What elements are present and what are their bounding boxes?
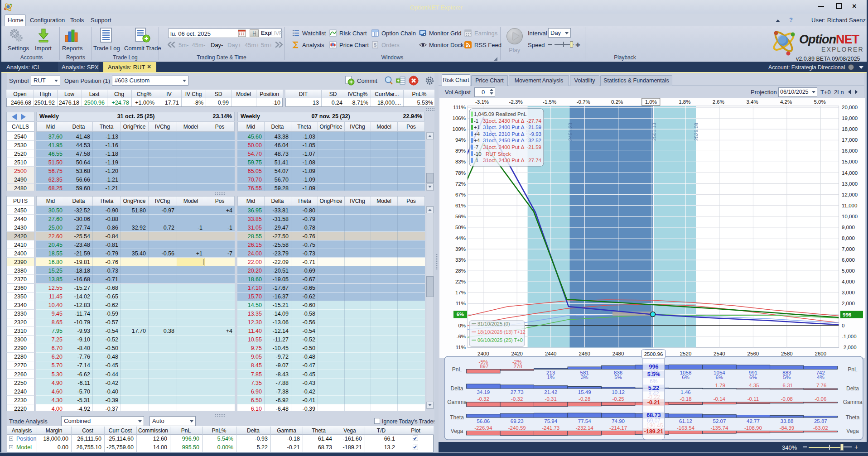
svg-text:-226.94: -226.94: [474, 425, 492, 431]
svg-text:31oct. 2450 Put Δ: 31oct. 2450 Put Δ: [483, 138, 525, 143]
svg-text:0: 0: [842, 323, 844, 328]
svg-text:72%: 72%: [455, 181, 466, 187]
svg-text:106%: 106%: [453, 115, 466, 121]
svg-text:-0.7%: -0.7%: [577, 99, 590, 105]
svg-text:10.12: 10.12: [612, 389, 625, 395]
svg-text:5.0%: 5.0%: [814, 99, 825, 105]
svg-text:34.19: 34.19: [477, 389, 490, 395]
svg-text:-0.21: -0.21: [647, 399, 661, 406]
svg-text:27.73: 27.73: [511, 389, 524, 395]
svg-text:Delta: Delta: [846, 385, 859, 392]
svg-text:-10: -10: [474, 151, 482, 157]
svg-text:2440: 2440: [545, 351, 557, 356]
svg-text:2420: 2420: [511, 351, 523, 356]
svg-text:74.90: 74.90: [612, 418, 625, 424]
svg-text:1.0%: 1.0%: [645, 99, 657, 105]
svg-text:31oct. 2400 Put Δ: 31oct. 2400 Put Δ: [483, 125, 525, 130]
svg-text:-1: -1: [474, 118, 478, 124]
svg-text:2.6%: 2.6%: [713, 99, 724, 105]
svg-text:Vega: Vega: [451, 428, 463, 434]
svg-text:78%: 78%: [455, 170, 466, 176]
svg-text:2526.08: 2526.08: [694, 123, 699, 141]
svg-text:2580: 2580: [781, 351, 793, 356]
svg-text:56%: 56%: [455, 214, 466, 219]
svg-text:1.8%: 1.8%: [679, 99, 690, 105]
svg-text:17,000: 17,000: [842, 137, 858, 143]
svg-text:+1: +1: [474, 125, 480, 130]
svg-text:-0.18: -0.18: [680, 396, 691, 402]
svg-text:1.46: 1.46: [680, 389, 690, 395]
svg-text:18/10/2025 (13) T+12: 18/10/2025 (13) T+12: [477, 329, 526, 335]
svg-text:39%: 39%: [455, 246, 466, 252]
svg-text:-0.06: -0.06: [815, 396, 826, 402]
svg-text:2451.23: 2451.23: [568, 123, 573, 141]
svg-text:44%: 44%: [455, 235, 466, 241]
svg-text:2501.13: 2501.13: [651, 123, 657, 141]
svg-text:83%: 83%: [455, 159, 466, 164]
svg-text:111%: 111%: [453, 105, 466, 110]
svg-text:33%: 33%: [455, 257, 466, 263]
svg-text:6%: 6%: [749, 374, 757, 380]
svg-text:52.07: 52.07: [713, 418, 726, 424]
svg-text:-32.52: -32.52: [526, 138, 541, 143]
svg-text:0.2%: 0.2%: [611, 99, 623, 105]
svg-text:Vega: Vega: [846, 428, 859, 434]
svg-text:-3.1%: -3.1%: [475, 99, 489, 105]
svg-text:-135.74: -135.74: [710, 425, 728, 431]
svg-text:-240.59: -240.59: [508, 425, 526, 431]
svg-text:8,000: 8,000: [842, 235, 855, 241]
svg-text:+4: +4: [474, 131, 480, 137]
svg-text:-1,000: -1,000: [842, 334, 857, 339]
svg-text:31oct. 2310 Put Δ: 31oct. 2310 Put Δ: [483, 131, 525, 137]
svg-text:-241.73: -241.73: [542, 425, 559, 431]
svg-text:2460: 2460: [579, 351, 590, 356]
svg-text:Gamma: Gamma: [843, 399, 863, 405]
svg-text:-190.45: -190.45: [645, 422, 663, 429]
svg-text:13,000: 13,000: [842, 181, 858, 187]
svg-text:-6%: -6%: [457, 334, 466, 339]
svg-text:31oct. 2400 Put Δ: 31oct. 2400 Put Δ: [483, 144, 525, 150]
svg-text:-0.32: -0.32: [477, 396, 489, 402]
svg-text:33.88: 33.88: [781, 418, 794, 424]
svg-text:+4: +4: [474, 138, 480, 143]
svg-text:94%: 94%: [455, 137, 466, 143]
svg-text:2500.96: 2500.96: [644, 351, 663, 357]
svg-text:-0.31: -0.31: [545, 396, 557, 402]
svg-text:-0.14: -0.14: [714, 396, 726, 402]
svg-text:PnL: PnL: [452, 366, 462, 373]
svg-text:-7: -7: [474, 144, 478, 150]
svg-text:9,000: 9,000: [842, 225, 855, 230]
svg-text:2540: 2540: [714, 351, 725, 356]
svg-text:-108.90: -108.90: [744, 425, 762, 431]
svg-text:RUT Stock: RUT Stock: [486, 151, 511, 157]
svg-text:31oct. 2430 Put Δ: 31oct. 2430 Put Δ: [483, 118, 525, 124]
svg-text:-84.39: -84.39: [780, 425, 795, 431]
svg-text:-0.11: -0.11: [747, 396, 759, 402]
svg-text:-0.08: -0.08: [781, 396, 793, 402]
svg-text:3.4%: 3.4%: [746, 99, 758, 105]
svg-text:3,000: 3,000: [842, 290, 855, 295]
svg-text:20,000: 20,000: [842, 105, 858, 110]
svg-text:61.12: 61.12: [679, 418, 692, 424]
svg-text:31/10/2025 (0): 31/10/2025 (0): [477, 321, 510, 326]
svg-text:21.42: 21.42: [544, 389, 557, 395]
svg-text:4,000: 4,000: [842, 279, 855, 284]
svg-text:-1: -1: [474, 158, 478, 163]
svg-text:-11%: -11%: [454, 345, 466, 350]
svg-text:6%: 6%: [716, 374, 723, 380]
svg-text:77.54: 77.54: [578, 418, 591, 424]
svg-text:-163.54: -163.54: [677, 425, 695, 431]
svg-text:28%: 28%: [455, 268, 466, 274]
svg-text:6,000: 6,000: [842, 257, 855, 263]
svg-text:-278: -278: [512, 364, 522, 369]
svg-text:-0.22: -0.22: [647, 394, 660, 400]
svg-text:-21.59: -21.59: [526, 125, 541, 130]
svg-text:61%: 61%: [455, 203, 466, 208]
svg-text:4.2%: 4.2%: [780, 99, 792, 105]
svg-text:3%: 3%: [581, 374, 588, 380]
svg-text:-21.59: -21.59: [526, 144, 541, 150]
svg-text:Gamma: Gamma: [447, 399, 467, 405]
svg-text:17%: 17%: [455, 290, 466, 295]
svg-text:16,000: 16,000: [842, 148, 858, 154]
svg-text:5,000: 5,000: [842, 268, 855, 274]
